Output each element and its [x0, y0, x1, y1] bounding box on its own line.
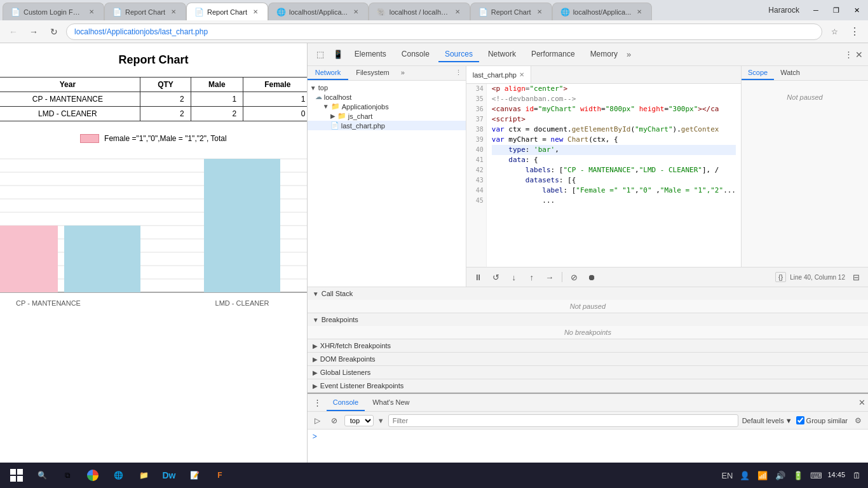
- console-menu-button[interactable]: ⋮: [310, 395, 325, 410]
- sidebar-tab-scope[interactable]: Scope: [742, 66, 774, 80]
- reload-button[interactable]: ↻: [46, 24, 62, 40]
- browser-menu-button[interactable]: ⋮: [846, 24, 863, 40]
- sidebar-tab-watch[interactable]: Watch: [774, 66, 806, 80]
- debug-sidebar-content: Not paused: [742, 81, 868, 267]
- tab-console[interactable]: Console: [395, 47, 436, 62]
- step-into-button[interactable]: ↓: [507, 270, 521, 284]
- sub-tab-network[interactable]: Network: [308, 66, 348, 80]
- console-tab-console[interactable]: Console: [327, 394, 365, 411]
- minimize-button[interactable]: ─: [807, 4, 825, 17]
- tab-custom-login[interactable]: 📄 Custom Login For... ✕: [3, 3, 104, 20]
- group-similar-input[interactable]: [796, 416, 804, 424]
- tab-memory[interactable]: Memory: [584, 47, 624, 62]
- tab-close-6[interactable]: ✕: [535, 8, 544, 16]
- step-out-button[interactable]: ↑: [525, 270, 539, 284]
- tree-item-top[interactable]: ▼ top: [308, 83, 466, 92]
- restore-button[interactable]: ❐: [827, 4, 845, 17]
- tab-close-5[interactable]: ✕: [453, 8, 462, 16]
- network-icon[interactable]: 👤: [738, 469, 751, 482]
- group-similar-checkbox[interactable]: Group similar: [796, 416, 848, 424]
- event-listeners-header[interactable]: ▶ Event Listener Breakpoints: [308, 379, 868, 392]
- search-button[interactable]: 🔍: [31, 464, 53, 487]
- sub-tab-more[interactable]: »: [397, 66, 409, 80]
- console-clear-button[interactable]: ▷: [311, 414, 324, 427]
- global-listeners-header[interactable]: ▶ Global Listeners: [308, 366, 868, 379]
- sub-tab-filesystem[interactable]: Filesystem: [348, 66, 397, 80]
- battery-icon[interactable]: 🔋: [792, 469, 804, 482]
- wifi-icon[interactable]: 📶: [756, 469, 769, 482]
- tree-item-applicationjobs[interactable]: ▼ 📁 Applicationjobs: [308, 102, 466, 111]
- tree-item-jschart[interactable]: ▶ 📁 js_chart: [308, 111, 466, 121]
- console-settings-button[interactable]: ⚙: [851, 414, 864, 427]
- edge-taskbar-button[interactable]: 🌐: [107, 464, 130, 487]
- tab-favicon-4: 🌐: [276, 8, 285, 17]
- col-year: Year: [0, 78, 140, 92]
- tree-item-localhost[interactable]: ☁ localhost: [308, 92, 466, 102]
- sidebar-options-button[interactable]: ⋮: [451, 66, 466, 80]
- chrome-taskbar-button[interactable]: [81, 464, 104, 487]
- tab-close-7[interactable]: ✕: [635, 8, 644, 16]
- close-button[interactable]: ✕: [848, 4, 865, 17]
- forward-button[interactable]: →: [25, 24, 42, 40]
- pause-button[interactable]: ⏸: [471, 270, 485, 284]
- volume-icon[interactable]: 🔊: [774, 469, 787, 482]
- tab-localhost-7[interactable]: 🌐 localhost/Applica... ✕: [552, 3, 653, 20]
- console-prompt[interactable]: >: [313, 432, 863, 441]
- tab-report-chart-6[interactable]: 📄 Report Chart ✕: [470, 3, 552, 20]
- device-mode-button[interactable]: 📱: [330, 47, 346, 62]
- flash-taskbar-button[interactable]: F: [208, 464, 231, 487]
- step-button[interactable]: →: [543, 270, 557, 284]
- tab-report-chart-3[interactable]: 📄 Report Chart ✕: [186, 3, 268, 20]
- console-context-select[interactable]: top: [344, 415, 374, 426]
- console-close-button[interactable]: ✕: [858, 398, 865, 407]
- tab-elements[interactable]: Elements: [348, 47, 393, 62]
- devtools-body: Network Filesystem » ⋮ ▼ top ☁ loc: [308, 66, 868, 287]
- code-lines[interactable]: <p align="center"> <!--devbanban.com--> …: [487, 84, 741, 267]
- console-block-button[interactable]: ⊘: [328, 414, 341, 427]
- code-tab-close[interactable]: ✕: [519, 71, 524, 78]
- tab-report-chart-2[interactable]: 📄 Report Chart ✕: [104, 3, 186, 20]
- format-code-button[interactable]: {}: [775, 272, 786, 282]
- code-editor[interactable]: 34 35 36 37 38 39 40 41 42 43: [466, 84, 741, 267]
- step-over-button[interactable]: ↺: [489, 270, 503, 284]
- inspect-element-button[interactable]: ⬚: [313, 47, 328, 62]
- dom-breakpoints-header[interactable]: ▶ DOM Breakpoints: [308, 353, 868, 365]
- tab-sources[interactable]: Sources: [438, 47, 479, 62]
- format-button-right[interactable]: ⊟: [849, 270, 863, 284]
- devtools-settings-button[interactable]: ⋮: [844, 50, 853, 59]
- tab-close-1[interactable]: ✕: [87, 8, 96, 16]
- keyboard-icon[interactable]: ⌨: [810, 469, 822, 482]
- call-stack-header[interactable]: ▼ Call Stack: [308, 287, 868, 300]
- back-button[interactable]: ←: [5, 24, 22, 40]
- deactivate-breakpoints-button[interactable]: ⊘: [567, 270, 581, 284]
- tab-performance[interactable]: Performance: [525, 47, 581, 62]
- console-tab-whatsnew[interactable]: What's New: [366, 394, 416, 411]
- devtools-more-button[interactable]: »: [627, 50, 631, 59]
- notepad-taskbar-button[interactable]: 📝: [183, 464, 206, 487]
- code-line-44: label: ["Female =" "1","0" ,"Male = "1",…: [492, 186, 736, 196]
- tab-close-2[interactable]: ✕: [169, 8, 178, 16]
- tree-item-lastchart[interactable]: 📄 last_chart.php: [308, 121, 466, 130]
- tab-favicon-7: 🌐: [560, 8, 569, 17]
- task-view-button[interactable]: ⧉: [56, 464, 79, 487]
- explorer-taskbar-button[interactable]: 📁: [132, 464, 155, 487]
- default-levels-dropdown[interactable]: Default levels ▼: [742, 417, 792, 424]
- dont-pause-button[interactable]: ⏺: [585, 270, 599, 284]
- breakpoints-header[interactable]: ▼ Breakpoints: [308, 313, 868, 326]
- tab-network[interactable]: Network: [482, 47, 522, 62]
- tab-phpmyadmin[interactable]: 🐘 localhost / localho... ✕: [369, 3, 470, 20]
- code-tab-lastchart[interactable]: last_chart.php ✕: [466, 66, 531, 83]
- tab-favicon-2: 📄: [112, 8, 121, 17]
- bookmark-button[interactable]: ☆: [826, 24, 843, 40]
- tab-close-3[interactable]: ✕: [251, 8, 260, 16]
- start-button[interactable]: [5, 464, 28, 487]
- dreamweaver-taskbar-button[interactable]: Dw: [158, 464, 180, 487]
- cell-female-1: 1: [243, 92, 307, 107]
- url-bar[interactable]: localhost/Applicationjobs/last_chart.php: [66, 24, 822, 40]
- xhr-breakpoints-header[interactable]: ▶ XHR/fetch Breakpoints: [308, 339, 868, 352]
- notification-icon[interactable]: 🗓: [850, 469, 863, 482]
- tab-localhost-4[interactable]: 🌐 localhost/Applica... ✕: [268, 3, 369, 20]
- devtools-close-button[interactable]: ✕: [855, 50, 863, 60]
- tab-close-4[interactable]: ✕: [351, 8, 360, 16]
- console-filter-input[interactable]: [388, 414, 738, 427]
